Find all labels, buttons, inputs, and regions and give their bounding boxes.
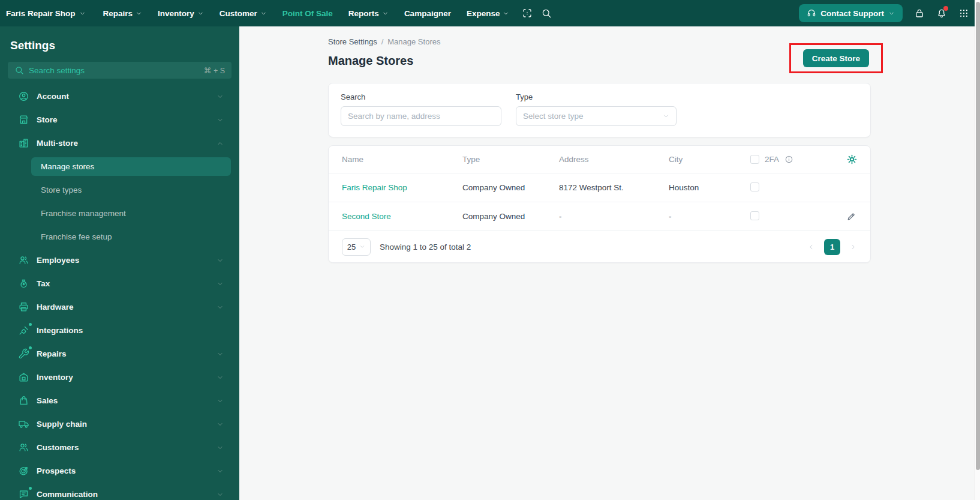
nav-item-repairs[interactable]: Repairs [95,9,151,18]
nav-item-campaigner[interactable]: Campaigner [396,9,459,18]
create-store-button[interactable]: Create Store [803,49,869,67]
pagination-bar: 25 Showing 1 to 25 of total 2 1 [329,230,870,262]
nav-item-label: Point Of Sale [282,9,333,18]
nav-item-label: Inventory [158,9,194,18]
column-header-2fa: 2FA [765,155,779,164]
store-city-cell: - [669,212,750,221]
settings-search-input[interactable]: Search settings ⌘ + S [8,62,232,79]
chevron-down-icon [217,93,224,100]
notification-dot [29,487,32,490]
sidebar-item-communication[interactable]: Communication [0,483,239,500]
breadcrumb-store-settings[interactable]: Store Settings [328,37,377,46]
store-address-cell: - [559,212,669,221]
nav-item-customer[interactable]: Customer [212,9,275,18]
chevron-down-icon [260,10,267,17]
store-switcher[interactable]: Faris Repair Shop [6,9,95,18]
main-content: Store Settings / Manage Stores Manage St… [239,26,980,500]
store-name-link[interactable]: Second Store [342,212,462,221]
nav-item-label: Reports [348,9,379,18]
sidebar-subitem-label: Franchise fee setup [41,232,112,241]
store-address-cell: 8172 Westport St. [559,183,669,192]
sidebar-item-account[interactable]: Account [0,85,239,108]
table-body: Faris Repair ShopCompany Owned8172 Westp… [329,173,870,230]
sidebar-item-store[interactable]: Store [0,108,239,131]
store-type-placeholder: Select store type [523,112,584,121]
sidebar-item-hardware[interactable]: Hardware [0,295,239,319]
search-icon[interactable] [541,8,552,19]
chevron-down-icon [217,491,224,498]
lock-icon[interactable] [914,8,925,19]
sidebar-subitem-store-types[interactable]: Store types [31,178,231,202]
select-all-2fa-checkbox[interactable] [750,155,759,164]
page-size-select[interactable]: 25 [342,238,371,256]
search-filter-input[interactable] [341,106,501,126]
chevron-down-icon [217,468,224,475]
sidebar-item-label: Communication [37,490,98,499]
account-icon [18,91,29,102]
filters-card: Search Type Select store type [328,83,871,137]
chevron-down-icon [217,444,224,451]
window-scrollbar[interactable] [975,0,980,500]
chevron-down-icon [503,10,509,17]
nav-item-inventory[interactable]: Inventory [150,9,212,18]
sidebar-subitem-franchise-management[interactable]: Franchise management [31,202,231,225]
chevron-down-icon [217,304,224,311]
chevron-down-icon [197,10,204,17]
row-2fa-checkbox[interactable] [750,211,759,220]
sidebar-item-tax[interactable]: Tax [0,272,239,295]
store-name-link[interactable]: Faris Repair Shop [342,183,462,192]
nav-item-expense[interactable]: Expense [459,9,518,18]
sidebar-item-label: Hardware [37,303,74,312]
nav-item-label: Expense [467,9,500,18]
chevron-down-icon [888,10,895,17]
store-type-cell: Company Owned [462,183,559,192]
sidebar-item-prospects[interactable]: Prospects [0,459,239,483]
sidebar-item-integrations[interactable]: Integrations [0,319,239,342]
switch-store-login-icon[interactable] [869,211,871,221]
store-type-select[interactable]: Select store type [516,106,677,126]
sidebar-item-supply-chain[interactable]: Supply chain [0,412,239,436]
row-2fa-checkbox[interactable] [750,182,759,191]
chevron-down-icon [217,257,224,264]
sidebar-subitem-franchise-fee-setup[interactable]: Franchise fee setup [31,225,231,248]
previous-page-icon[interactable] [807,243,815,251]
integrations-icon [18,325,29,336]
scrollbar-thumb[interactable] [976,2,980,470]
notifications-button[interactable] [936,8,947,19]
chevron-down-icon [382,10,389,17]
edit-pencil-icon[interactable] [846,211,856,221]
top-navigation-bar: Faris Repair Shop RepairsInventoryCustom… [0,0,980,26]
table-row: Second StoreCompany Owned-- [329,202,870,230]
nav-item-reports[interactable]: Reports [341,9,396,18]
chevron-down-icon [79,10,86,17]
next-page-icon[interactable] [849,243,857,251]
sidebar-item-employees[interactable]: Employees [0,248,239,272]
prospects-icon [18,465,29,477]
info-icon[interactable] [784,155,793,164]
sidebar-item-multi-store[interactable]: Multi-store [0,131,239,155]
sidebar-item-customers[interactable]: Customers [0,436,239,459]
sidebar-item-label: Account [37,92,69,101]
scan-icon[interactable] [522,8,533,19]
chevron-down-icon [663,113,669,119]
nav-item-label: Campaigner [404,9,451,18]
notification-dot [29,323,32,326]
contact-support-button[interactable]: Contact Support [799,4,903,22]
sidebar-item-sales[interactable]: Sales [0,389,239,412]
sales-icon [18,395,29,406]
nav-item-point-of-sale[interactable]: Point Of Sale [275,9,341,18]
notification-dot [29,346,32,349]
inventory-icon [18,372,29,383]
sidebar-subitem-manage-stores[interactable]: Manage stores [31,157,231,176]
topbar-right: Contact Support [799,4,969,22]
sidebar-item-repairs[interactable]: Repairs [0,342,239,366]
nav-item-label: Repairs [103,9,133,18]
customers-icon [18,442,29,453]
sidebar-item-label: Integrations [37,326,83,335]
supply-chain-icon [18,418,29,430]
nav-item-label: Customer [220,9,257,18]
sidebar-item-inventory[interactable]: Inventory [0,366,239,389]
apps-grid-icon[interactable] [958,8,969,19]
page-number-button[interactable]: 1 [824,239,840,255]
table-settings-gear-icon[interactable] [846,154,858,165]
